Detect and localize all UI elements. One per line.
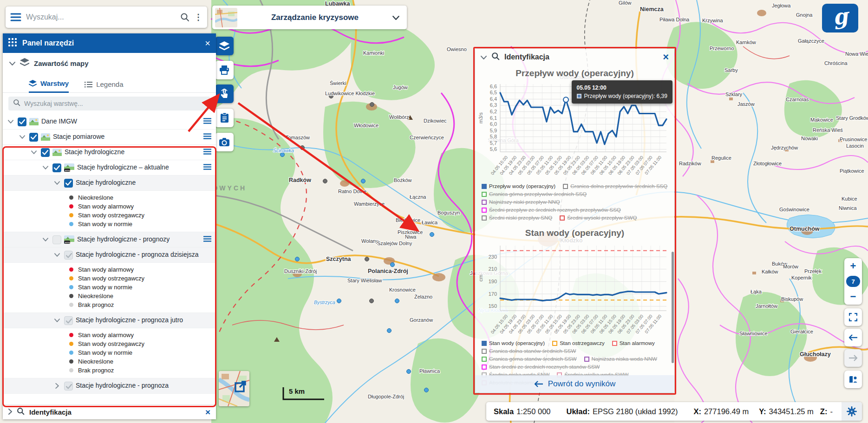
layer-menu-icon[interactable] [203,236,211,243]
layer-checkbox[interactable] [64,382,73,390]
layer-checkbox[interactable] [52,235,61,244]
station-marker[interactable] [424,388,429,392]
layer-search-input[interactable] [24,100,206,107]
layer-checkbox[interactable] [64,251,73,260]
station-marker[interactable] [365,257,369,261]
next-extent-button[interactable] [844,349,862,367]
clipboard-tool-button[interactable] [215,109,234,127]
panel-scrollbar[interactable] [672,252,674,363]
chart-legend-item[interactable]: Stan alarmowy [612,340,655,346]
chevron-down-icon[interactable] [9,59,15,67]
layer-menu-icon[interactable] [203,149,211,156]
zoom-out-button[interactable]: − [850,292,856,302]
station-marker[interactable] [387,329,392,333]
geoportal-logo[interactable]: g [822,4,858,33]
flow-chart[interactable]: 04.05 15:0004.05 19:0004.05 23:0005.05 0… [477,79,672,182]
chart-legend-item[interactable]: Przepływ wody (operacyjny) [482,183,555,189]
chevron-down-icon[interactable] [392,13,399,22]
chart-legend-item[interactable]: Stan średni ze średnich rocznych stanów … [482,364,600,370]
station-marker[interactable] [407,370,411,374]
station-marker[interactable] [370,103,374,107]
layers-tool-button[interactable] [215,37,234,55]
layer-row[interactable]: Dane IMGW [3,114,216,130]
chart-legend-item[interactable]: Średni wysoki przepływ SWQ [560,215,637,221]
station-marker[interactable] [430,233,434,237]
chevron-down-icon[interactable] [53,181,61,185]
close-icon[interactable]: × [205,38,210,49]
chart-legend-item[interactable]: Stan ostrzegawczy [552,340,605,346]
layer-row[interactable]: wmsStacje hydrologiczne - prognozy [3,232,216,247]
chevron-right-icon[interactable] [8,408,12,416]
layer-checkbox[interactable] [52,163,61,172]
layer-menu-icon[interactable] [203,164,211,171]
layer-menu-icon[interactable] [203,118,211,125]
station-marker[interactable] [370,299,374,303]
zoom-in-button[interactable]: + [850,261,856,271]
layer-checkbox[interactable] [18,117,26,126]
symbology-item: Nieokreślone [69,193,216,202]
station-marker[interactable] [300,146,305,150]
share-button[interactable] [844,371,862,388]
station-marker[interactable] [323,179,327,183]
tab-warstwy[interactable]: Warstwy [29,79,69,93]
layer-row[interactable]: Stacje hydrologiczne - prognoza jutro [3,313,216,328]
station-marker[interactable] [391,263,395,267]
chart-legend-item[interactable]: Granica górna stanów średnich SSW [482,356,577,362]
chevron-down-icon[interactable] [7,120,15,124]
settings-gear-button[interactable] [842,402,862,421]
chart-legend-item[interactable]: Stan wody (operacyjny) [482,340,545,346]
station-marker[interactable] [337,299,341,303]
level-chart[interactable]: 04.05 15:0004.05 19:0004.05 23:0005.05 0… [477,239,672,339]
chart-legend-item[interactable]: Najniższa niska woda NNW [584,356,657,362]
chart-legend-item[interactable]: Średni przepływ ze średnich rocznych prz… [482,207,621,213]
hamburger-menu-icon[interactable] [10,13,21,21]
search-input[interactable] [26,13,176,21]
chart-legend-item[interactable]: Granica dolna przepływów średnich SSQ [563,183,667,189]
station-marker[interactable] [361,179,365,183]
chevron-down-icon[interactable] [53,253,61,257]
chart-legend-item[interactable]: Granica dolna stanów średnich SSW [482,348,576,354]
layer-row[interactable]: Stacje hydrologiczne - prognoza [3,378,216,394]
chart-legend-item[interactable]: Granica górna przepływów średnich SSQ [482,191,587,197]
apps-grid-icon[interactable] [8,38,17,48]
station-marker[interactable] [395,299,399,303]
fullscreen-button[interactable] [844,308,862,326]
legend-swatch-icon [482,341,487,346]
close-icon[interactable]: × [663,51,669,63]
chevron-down-icon[interactable] [481,53,487,61]
previous-extent-button[interactable] [844,329,862,346]
layer-row[interactable]: wmsStacje hydrologiczne – aktualne [3,160,216,176]
layer-checkbox[interactable] [29,133,38,142]
layer-row[interactable]: Stacje hydrologiczne [3,145,216,160]
print-tool-button[interactable] [215,61,234,79]
layer-row[interactable]: Stacje hydrologiczne - prognoza dzisiejs… [3,247,216,263]
map-place-label: Jugów [393,85,408,90]
chevron-down-icon[interactable] [41,238,50,241]
close-icon[interactable]: × [205,407,210,417]
chevron-down-icon[interactable] [30,150,38,154]
layer-menu-icon[interactable] [203,133,211,141]
back-to-results-link[interactable]: Powrót do wyników [475,375,674,393]
layer-checkbox[interactable] [64,179,73,188]
chevron-down-icon[interactable] [53,319,61,322]
tab-legenda[interactable]: Legenda [85,80,123,92]
chart-legend-item[interactable]: Najniższy niski przepływ NNQ [482,199,560,205]
camera-tool-button[interactable] [215,133,234,151]
layer-checkbox[interactable] [64,316,73,325]
chevron-right-icon[interactable] [53,383,61,389]
chevron-down-icon[interactable] [41,166,50,169]
kebab-menu-icon[interactable]: ⋮ [194,12,202,22]
overview-map-button[interactable] [219,371,249,406]
chevron-down-icon[interactable] [18,135,26,139]
station-marker[interactable] [295,257,300,261]
identify-tool-button[interactable] [215,85,234,103]
layer-checkbox[interactable] [41,148,50,157]
chart-legend-item[interactable]: Średni niski przepływ SNQ [482,215,552,221]
layer-row[interactable]: Stacje hydrologiczne [3,176,216,191]
search-icon[interactable] [180,13,189,22]
identify-collapsed-bar[interactable]: Identyfikacja × [3,404,216,419]
legend-label: Średni wysoki przepływ SWQ [567,215,637,221]
map-content-section-header[interactable]: Zawartość mapy [3,53,216,73]
map-context-selector[interactable]: Zarządzanie kryzysowe [212,6,407,29]
layer-row[interactable]: Stacje pomiarowe [3,130,216,145]
